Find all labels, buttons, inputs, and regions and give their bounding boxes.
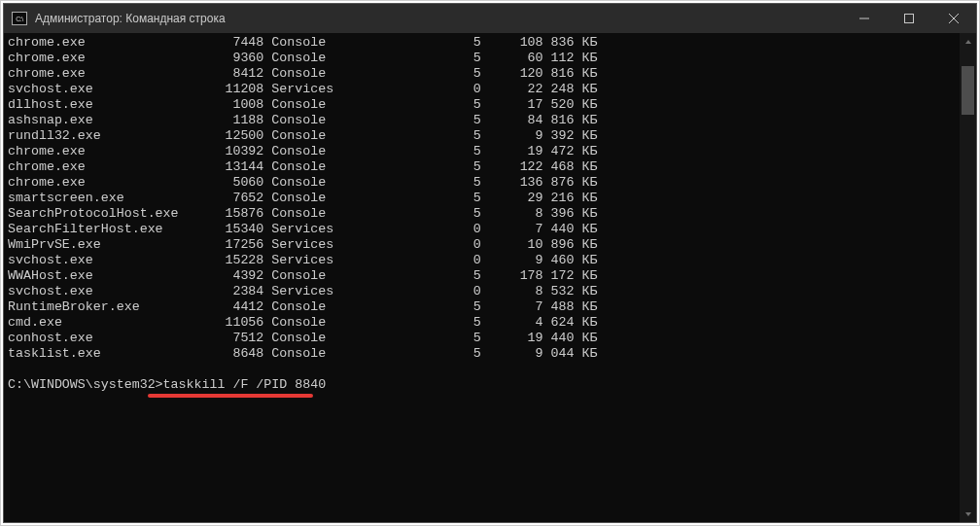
task-row: rundll32.exe 12500 Console 5 9 392 КБ [8,128,956,144]
command-prompt-window: C:\ Администратор: Командная строка chro… [3,3,977,523]
task-row: chrome.exe 5060 Console 5 136 876 КБ [8,175,956,191]
task-row: cmd.exe 11056 Console 5 4 624 КБ [8,315,956,331]
task-row: smartscreen.exe 7652 Console 5 29 216 КБ [8,191,956,206]
blank-line [8,362,956,377]
task-row: svchost.exe 15228 Services 0 9 460 КБ [8,253,956,268]
scrollbar[interactable] [960,33,976,522]
minimize-button[interactable] [842,4,887,33]
task-row: dllhost.exe 1008 Console 5 17 520 КБ [8,97,956,113]
maximize-button[interactable] [887,4,931,33]
scrollbar-up-arrow[interactable] [960,33,976,50]
task-row: ashsnap.exe 1188 Console 5 84 816 КБ [8,113,956,128]
cmd-icon-text: C:\ [16,16,22,22]
task-row: chrome.exe 13144 Console 5 122 468 КБ [8,159,956,175]
close-button[interactable] [931,4,976,33]
svg-rect-1 [905,15,914,23]
task-row: chrome.exe 10392 Console 5 19 472 КБ [8,144,956,159]
task-row: chrome.exe 9360 Console 5 60 112 КБ [8,51,956,66]
window-title: Администратор: Командная строка [35,12,226,25]
task-row: SearchFilterHost.exe 15340 Services 0 7 … [8,222,956,237]
scrollbar-thumb[interactable] [962,66,974,115]
window-controls [842,4,976,33]
task-row: svchost.exe 2384 Services 0 8 532 КБ [8,284,956,299]
scrollbar-down-arrow[interactable] [960,506,976,522]
cmd-icon: C:\ [12,12,27,25]
task-row: WmiPrvSE.exe 17256 Services 0 10 896 КБ [8,237,956,253]
task-row: SearchProtocolHost.exe 15876 Console 5 8… [8,206,956,222]
task-row: chrome.exe 7448 Console 5 108 836 КБ [8,35,956,51]
task-row: conhost.exe 7512 Console 5 19 440 КБ [8,331,956,346]
console-output[interactable]: chrome.exe 7448 Console 5 108 836 КБchro… [4,33,960,522]
prompt-line[interactable]: C:\WINDOWS\system32>taskkill /F /PID 884… [8,377,956,393]
task-row: WWAHost.exe 4392 Console 5 178 172 КБ [8,268,956,284]
task-row: svchost.exe 11208 Services 0 22 248 КБ [8,82,956,97]
task-row: tasklist.exe 8648 Console 5 9 044 КБ [8,346,956,362]
command-highlight [148,394,313,398]
titlebar[interactable]: C:\ Администратор: Командная строка [4,4,976,33]
svg-marker-4 [965,40,971,44]
task-row: chrome.exe 8412 Console 5 120 816 КБ [8,66,956,82]
task-row: RuntimeBroker.exe 4412 Console 5 7 488 К… [8,299,956,315]
svg-marker-5 [965,512,971,516]
